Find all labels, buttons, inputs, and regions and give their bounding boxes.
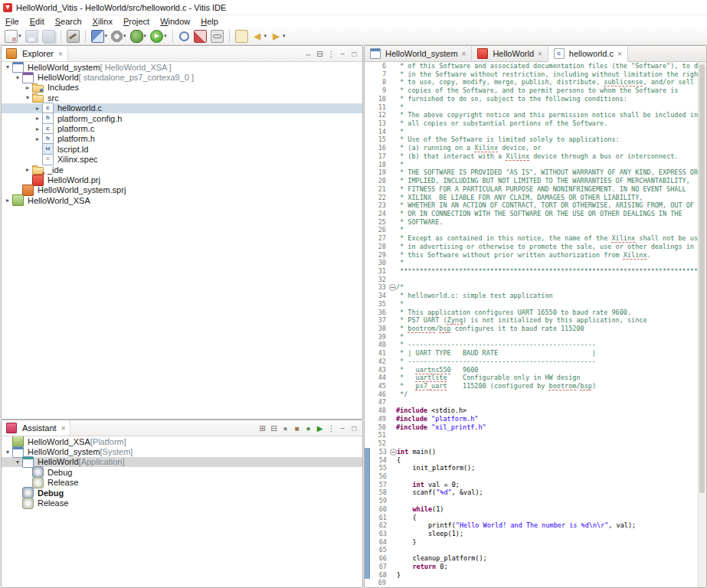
- tree-item-ide[interactable]: ▸_ide: [2, 165, 362, 175]
- collapse-all-button[interactable]: ⊟: [269, 423, 279, 433]
- expand-arrow-icon[interactable]: ▸: [33, 115, 42, 122]
- build-all-button[interactable]: [65, 29, 81, 44]
- close-icon[interactable]: ×: [538, 50, 542, 58]
- tree-item-debug[interactable]: Debug: [2, 488, 362, 498]
- menu-edit[interactable]: Edit: [25, 17, 50, 26]
- save-button[interactable]: [24, 29, 40, 44]
- collapse-all-button[interactable]: ⊟: [315, 48, 325, 59]
- tree-item-xilinx-spec[interactable]: Xilinx.spec: [2, 155, 362, 165]
- code-line: 16 * (a) running on a Xilinx device, or: [365, 144, 699, 152]
- mark-occurrences-button[interactable]: [192, 29, 208, 44]
- menu-window[interactable]: Window: [155, 17, 195, 26]
- tree-item-helloworld-system[interactable]: ▾HelloWorld_system [System]: [2, 446, 362, 456]
- tree-item-helloworld-xsa[interactable]: ▸HelloWorld_XSA: [2, 195, 362, 205]
- expand-arrow-icon[interactable]: ▸: [33, 126, 42, 132]
- minimize-button[interactable]: −: [338, 48, 348, 59]
- scrollbar-thumb[interactable]: [699, 64, 705, 493]
- close-icon[interactable]: ×: [617, 50, 622, 58]
- link-with-editor-button[interactable]: ⇔: [303, 48, 313, 59]
- expand-arrow-icon[interactable]: ▸: [3, 197, 12, 204]
- expand-arrow-icon[interactable]: ▾: [3, 64, 12, 70]
- expand-arrow-icon[interactable]: ▸: [23, 84, 32, 91]
- tree-item-src[interactable]: ▾src: [2, 93, 362, 103]
- maximize-button[interactable]: □: [349, 423, 359, 433]
- tree-item-helloworld[interactable]: ▾HelloWorld [ standalone_ps7_cortexa9_0 …: [2, 72, 362, 82]
- line-number: 7: [369, 70, 388, 79]
- close-icon[interactable]: ×: [58, 50, 63, 58]
- fold-collapse-icon[interactable]: [390, 449, 397, 456]
- tree-item-debug[interactable]: Debug: [2, 467, 362, 477]
- code-text: {: [397, 456, 699, 465]
- maximize-button[interactable]: □: [349, 48, 359, 59]
- build-button[interactable]: ■: [292, 423, 302, 433]
- tree-item-helloworld[interactable]: ▾HelloWorld [Application]: [2, 457, 362, 467]
- menu-file[interactable]: File: [0, 17, 25, 26]
- expand-arrow-icon[interactable]: ▸: [33, 136, 42, 142]
- debug-button[interactable]: ●: [303, 423, 313, 433]
- tree-item-platform-h[interactable]: ▸platform.h: [2, 134, 362, 144]
- line-number: 47: [369, 398, 388, 407]
- expand-arrow-icon[interactable]: ▾: [3, 449, 12, 456]
- fold-ruler: [388, 251, 396, 260]
- expand-arrow-icon[interactable]: ▾: [13, 459, 22, 466]
- tree-item-label: lscript.ld: [57, 145, 88, 154]
- view-menu-button[interactable]: ⋮: [326, 423, 336, 433]
- code-text: init_platform();: [397, 464, 699, 472]
- back-button[interactable]: ▾: [250, 30, 269, 43]
- tree-item-helloworld-prj[interactable]: HelloWorld.prj: [2, 175, 362, 185]
- last-edit-location-button[interactable]: [234, 29, 250, 44]
- toolbar-separator: [229, 30, 230, 42]
- link-with-editor-button[interactable]: [209, 29, 225, 44]
- close-icon[interactable]: ×: [61, 424, 66, 433]
- tree-item-release[interactable]: Release: [2, 498, 362, 508]
- fold-ruler: [388, 267, 396, 276]
- expand-all-button[interactable]: ⊞: [257, 423, 267, 433]
- menu-search[interactable]: Search: [50, 17, 87, 26]
- tree-item-release[interactable]: Release: [2, 478, 362, 488]
- minimize-button[interactable]: −: [338, 423, 348, 433]
- manage-configurations-button[interactable]: ▾: [110, 30, 128, 43]
- editor-scrollbar[interactable]: [698, 62, 706, 587]
- close-icon[interactable]: ×: [462, 50, 466, 58]
- fold-collapse-icon[interactable]: [389, 284, 396, 291]
- new-button[interactable]: ▾: [3, 29, 23, 44]
- settings-button[interactable]: ●: [280, 423, 290, 433]
- launch-icon: [91, 30, 104, 43]
- tab-helloworld-c[interactable]: helloworld.c×: [548, 46, 628, 62]
- view-menu-button[interactable]: ⋮: [326, 48, 336, 59]
- change-bar: [365, 521, 370, 530]
- line-number: 18: [369, 161, 388, 169]
- expand-arrow-icon[interactable]: ▸: [23, 166, 32, 173]
- code-area[interactable]: 6 * of this Software and associated docu…: [365, 62, 699, 587]
- tree-item-platform-c[interactable]: ▸platform.c: [2, 123, 362, 133]
- expand-arrow-icon[interactable]: ▾: [13, 74, 22, 81]
- code-line: 15 * Use of the Software is limited sole…: [365, 136, 699, 144]
- open-element-button[interactable]: [177, 30, 191, 43]
- tree-item-helloworld-system-sprj[interactable]: HelloWorld_system.sprj: [2, 185, 362, 195]
- tree-item-helloworld-c[interactable]: ▸helloworld.c: [2, 103, 362, 113]
- forward-button[interactable]: ▾: [269, 30, 287, 43]
- tree-item-helloworld-xsa[interactable]: HelloWorld_XSA [Platform]: [2, 436, 362, 446]
- run-button[interactable]: ▾: [149, 29, 169, 44]
- tree-item-includes[interactable]: ▸Includes: [2, 83, 362, 93]
- save-all-button[interactable]: [41, 29, 57, 44]
- menu-project[interactable]: Project: [118, 17, 155, 26]
- launch-target-button[interactable]: ▾: [90, 29, 110, 44]
- tree-item-helloworld-system[interactable]: ▾HelloWorld_system [ HelloWorld_XSA ]: [2, 62, 362, 72]
- tab-helloworld[interactable]: HelloWorld×: [472, 46, 548, 61]
- expand-arrow-icon[interactable]: ▸: [33, 105, 42, 112]
- debug-button[interactable]: ▾: [129, 29, 149, 44]
- expand-arrow-icon[interactable]: ▾: [23, 94, 32, 101]
- code-text: * PS7 UART (Zynq) is not initialized by …: [396, 316, 699, 325]
- menu-help[interactable]: Help: [195, 17, 224, 26]
- run-button[interactable]: ▶: [315, 423, 325, 433]
- fold-ruler: [388, 358, 396, 366]
- assistant-view-tab[interactable]: Assistant ×: [2, 420, 70, 436]
- code-text: }: [397, 571, 699, 580]
- explorer-view-tab[interactable]: Explorer ×: [2, 46, 68, 61]
- tab-helloworld-system[interactable]: HelloWorld_system×: [365, 46, 472, 61]
- tree-item-platform-config-h[interactable]: ▸platform_config.h: [2, 113, 362, 123]
- tree-item-lscript-ld[interactable]: lscript.ld: [2, 144, 362, 154]
- menu-xilinx[interactable]: Xilinx: [87, 17, 118, 26]
- tree-item-label: platform.c: [57, 124, 94, 133]
